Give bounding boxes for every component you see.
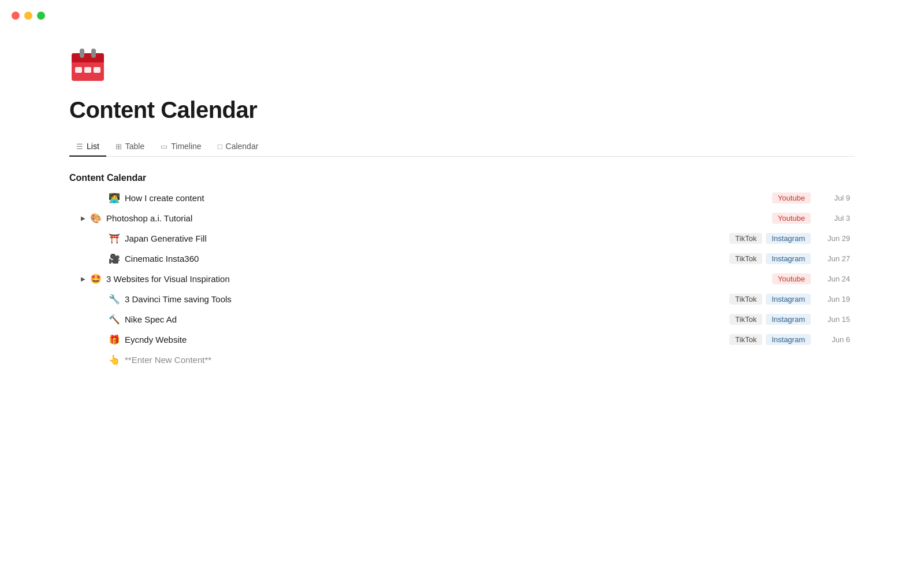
tag-youtube[interactable]: Youtube xyxy=(772,213,811,224)
svg-rect-2 xyxy=(72,59,104,62)
tag-tiktok[interactable]: TikTok xyxy=(729,334,762,345)
tab-list[interactable]: ☰ List xyxy=(69,137,106,157)
list-icon: ☰ xyxy=(76,142,83,151)
tag-tiktok[interactable]: TikTok xyxy=(729,314,762,325)
svg-rect-4 xyxy=(91,49,96,58)
tab-timeline[interactable]: ▭ Timeline xyxy=(154,137,208,157)
list-item[interactable]: ▶🤩3 Websites for Visual InspirationYoutu… xyxy=(69,269,855,289)
tabs-bar: ☰ List ⊞ Table ▭ Timeline □ Calendar xyxy=(69,137,855,157)
toggle-placeholder xyxy=(97,335,106,344)
item-title: Japan Generative Fill xyxy=(125,234,729,243)
item-emoji: 👆 xyxy=(109,354,120,365)
minimize-button[interactable] xyxy=(24,12,32,20)
tab-calendar[interactable]: □ Calendar xyxy=(211,137,266,157)
item-tags: TikTokInstagram xyxy=(729,334,811,345)
item-date: Jul 9 xyxy=(822,194,850,202)
item-title: **Enter New Content** xyxy=(125,355,855,365)
tag-tiktok[interactable]: TikTok xyxy=(729,233,762,244)
toggle-placeholder xyxy=(97,295,106,304)
calendar-tab-icon: □ xyxy=(218,142,222,151)
item-date: Jun 15 xyxy=(822,315,850,324)
tag-instagram[interactable]: Instagram xyxy=(766,253,811,264)
list-item[interactable]: 🧑‍💻How I create contentYoutubeJul 9 xyxy=(69,188,855,208)
item-title: How I create content xyxy=(125,193,772,203)
item-title: 3 Websites for Visual Inspiration xyxy=(106,274,772,284)
item-emoji: 🎨 xyxy=(90,213,102,224)
item-emoji: ⛩️ xyxy=(109,233,120,244)
toggle-placeholder xyxy=(97,194,106,203)
item-date: Jun 24 xyxy=(822,275,850,283)
toggle-placeholder xyxy=(97,234,106,243)
item-date: Jun 6 xyxy=(822,335,850,344)
tag-instagram[interactable]: Instagram xyxy=(766,294,811,305)
item-date: Jun 29 xyxy=(822,234,850,243)
tag-instagram[interactable]: Instagram xyxy=(766,233,811,244)
list-item[interactable]: 🔧3 Davinci Time saving ToolsTikTokInstag… xyxy=(69,289,855,309)
close-button[interactable] xyxy=(12,12,20,20)
item-date: Jun 27 xyxy=(822,254,850,263)
toggle-arrow[interactable]: ▶ xyxy=(79,214,88,223)
list-item[interactable]: ▶🎨Photoshop a.i. TutorialYoutubeJul 3 xyxy=(69,208,855,228)
item-tags: TikTokInstagram xyxy=(729,233,811,244)
timeline-icon: ▭ xyxy=(161,142,167,151)
svg-rect-7 xyxy=(94,67,100,73)
page-title: Content Calendar xyxy=(69,97,855,123)
svg-rect-5 xyxy=(75,67,82,73)
item-tags: Youtube xyxy=(772,213,811,224)
item-tags: Youtube xyxy=(772,192,811,203)
toggle-placeholder xyxy=(97,315,106,324)
tag-youtube[interactable]: Youtube xyxy=(772,192,811,203)
svg-rect-6 xyxy=(84,67,91,73)
list-item[interactable]: 🎥Cinematic Insta360TikTokInstagramJun 27 xyxy=(69,249,855,269)
item-tags: TikTokInstagram xyxy=(729,294,811,305)
tab-table[interactable]: ⊞ Table xyxy=(109,137,151,157)
list-item[interactable]: 🔨Nike Spec AdTikTokInstagramJun 15 xyxy=(69,309,855,329)
tag-instagram[interactable]: Instagram xyxy=(766,334,811,345)
list-item[interactable]: ⛩️Japan Generative FillTikTokInstagramJu… xyxy=(69,228,855,249)
item-tags: TikTokInstagram xyxy=(729,314,811,325)
item-tags: TikTokInstagram xyxy=(729,253,811,264)
item-title: 3 Davinci Time saving Tools xyxy=(125,294,729,304)
item-title: Nike Spec Ad xyxy=(125,314,729,324)
item-emoji: 🎁 xyxy=(109,334,120,345)
item-title: Photoshop a.i. Tutorial xyxy=(106,213,772,223)
item-emoji: 🤩 xyxy=(90,273,102,284)
tag-youtube[interactable]: Youtube xyxy=(772,273,811,284)
item-date: Jul 3 xyxy=(822,214,850,223)
table-icon: ⊞ xyxy=(116,142,122,151)
section-heading: Content Calendar xyxy=(69,173,855,183)
toggle-placeholder xyxy=(97,355,106,365)
item-tags: Youtube xyxy=(772,273,811,284)
toggle-arrow[interactable]: ▶ xyxy=(79,275,88,284)
toggle-placeholder xyxy=(97,254,106,264)
content-list: 🧑‍💻How I create contentYoutubeJul 9▶🎨Pho… xyxy=(69,188,855,370)
page-icon xyxy=(69,46,855,97)
item-title: Eycndy Website xyxy=(125,335,729,344)
item-emoji: 🎥 xyxy=(109,253,120,264)
main-content: Content Calendar ☰ List ⊞ Table ▭ Timeli… xyxy=(0,0,924,405)
item-title: Cinematic Insta360 xyxy=(125,254,729,264)
list-item[interactable]: 👆**Enter New Content** xyxy=(69,350,855,370)
item-emoji: 🔧 xyxy=(109,294,120,305)
item-date: Jun 19 xyxy=(822,295,850,303)
traffic-lights xyxy=(0,0,57,31)
item-emoji: 🧑‍💻 xyxy=(109,192,120,203)
list-item[interactable]: 🎁Eycndy WebsiteTikTokInstagramJun 6 xyxy=(69,329,855,350)
item-emoji: 🔨 xyxy=(109,314,120,325)
tag-instagram[interactable]: Instagram xyxy=(766,314,811,325)
fullscreen-button[interactable] xyxy=(37,12,45,20)
svg-rect-3 xyxy=(80,49,84,58)
tag-tiktok[interactable]: TikTok xyxy=(729,294,762,305)
tag-tiktok[interactable]: TikTok xyxy=(729,253,762,264)
